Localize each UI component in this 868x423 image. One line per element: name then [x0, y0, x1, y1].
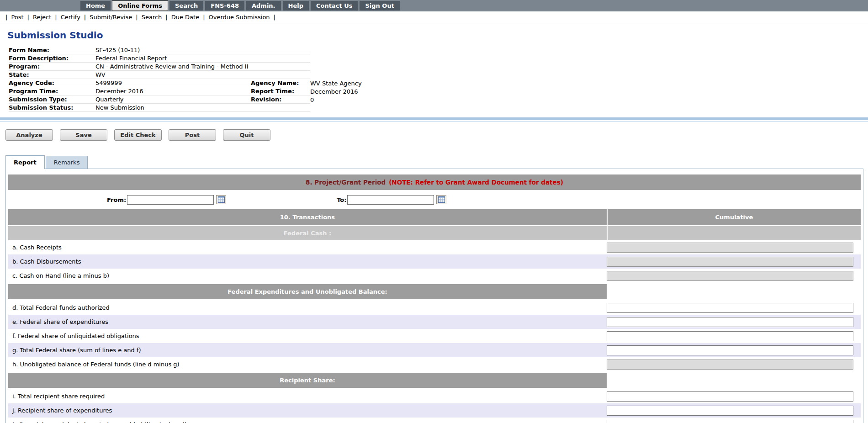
- nav-tab-sign-out[interactable]: Sign Out: [360, 1, 399, 11]
- quit-button[interactable]: Quit: [223, 129, 270, 141]
- analyze-button[interactable]: Analyze: [5, 129, 53, 141]
- subsection-header-row: Federal Cash :: [8, 226, 861, 240]
- edit-check-button[interactable]: Edit Check: [114, 129, 162, 141]
- transaction-row: c. Cash on Hand (line a minus b): [8, 269, 861, 283]
- menu-separator: |: [274, 14, 275, 21]
- menu-item-submit-revise[interactable]: Submit/Revise: [90, 14, 132, 21]
- amount-cell: [607, 360, 861, 370]
- amount-input[interactable]: [607, 303, 853, 313]
- menu-bar: |Post|Reject|Certify|Submit/Revise|Searc…: [0, 11, 868, 23]
- grant-period-note: (NOTE: Refer to Grant Award Document for…: [389, 179, 563, 186]
- section-label: Recipient Share:: [8, 373, 607, 388]
- nav-tab-admin[interactable]: Admin.: [246, 1, 281, 11]
- row-label: g. Total Federal share (sum of lines e a…: [8, 347, 607, 354]
- save-button[interactable]: Save: [60, 129, 107, 141]
- amount-input[interactable]: [607, 317, 853, 327]
- from-date-picker-button[interactable]: [216, 195, 226, 204]
- amount-cell: [607, 243, 861, 253]
- form-info: Form Name:SF-425 (10-11)Form Description…: [9, 46, 511, 112]
- menu-separator: |: [203, 14, 205, 21]
- section-fill: [607, 284, 861, 299]
- amount-input[interactable]: [607, 331, 853, 341]
- info-label: State:: [9, 71, 95, 79]
- info-row: Form Name:SF-425 (10-11): [9, 46, 511, 54]
- to-date-picker-button[interactable]: [436, 195, 446, 204]
- section-header-row: Federal Expenditures and Unobligated Bal…: [8, 284, 861, 299]
- report-panel: 8. Project/Grant Period (NOTE: Refer to …: [5, 169, 863, 423]
- amount-cell: [607, 303, 861, 313]
- transaction-row: k. Remaining recipient share to be provi…: [8, 418, 861, 423]
- calendar-icon: [438, 196, 445, 203]
- to-date-input[interactable]: [347, 195, 434, 205]
- tab-report[interactable]: Report: [5, 155, 45, 169]
- menu-item-certify[interactable]: Certify: [61, 14, 80, 21]
- menu-item-reject[interactable]: Reject: [33, 14, 51, 21]
- transaction-row: g. Total Federal share (sum of lines e a…: [8, 343, 861, 357]
- amount-input[interactable]: [607, 420, 853, 423]
- info-label: Submission Type:: [9, 95, 95, 104]
- from-label: From:: [107, 196, 126, 203]
- amount-cell: [607, 345, 861, 355]
- row-label: a. Cash Receipts: [8, 244, 607, 251]
- info-row: Agency Code:5499999Agency Name:WV State …: [9, 79, 511, 87]
- menu-separator: |: [27, 14, 29, 21]
- nav-tab-home[interactable]: Home: [80, 1, 111, 11]
- amount-cell: [607, 271, 861, 281]
- transaction-row: j. Recipient share of expenditures: [8, 403, 861, 418]
- info-row: State:WV: [9, 71, 511, 79]
- amount-cell: [607, 317, 861, 327]
- tab-remarks[interactable]: Remarks: [46, 156, 88, 169]
- to-label: To:: [337, 196, 346, 203]
- nav-tab-online-forms[interactable]: Online Forms: [112, 1, 168, 11]
- info-value: 0: [310, 96, 511, 104]
- info-value: 5499999: [95, 79, 251, 87]
- period-row: From: To:: [8, 192, 861, 207]
- menu-item-due-date[interactable]: Due Date: [171, 14, 199, 21]
- info-label: Agency Name:: [251, 79, 310, 87]
- amount-input[interactable]: [607, 391, 853, 402]
- amount-input[interactable]: [607, 406, 853, 416]
- grant-period-title: 8. Project/Grant Period: [306, 179, 386, 186]
- row-label: k. Remaining recipient share to be provi…: [8, 421, 607, 423]
- post-button[interactable]: Post: [169, 129, 216, 141]
- amount-input: [607, 360, 853, 370]
- menu-separator: |: [5, 14, 7, 21]
- nav-tab-search[interactable]: Search: [169, 1, 203, 11]
- transaction-row: f. Federal share of unliquidated obligat…: [8, 329, 861, 343]
- menu-item-search[interactable]: Search: [142, 14, 162, 21]
- amount-cell: [607, 391, 861, 402]
- info-row: Form Description:Federal Financial Repor…: [9, 54, 511, 63]
- info-label: Program Time:: [9, 87, 95, 95]
- section-label: Federal Expenditures and Unobligated Bal…: [8, 284, 607, 299]
- info-value: CN - Administrative Review and Training …: [95, 63, 310, 71]
- from-date-input[interactable]: [127, 195, 214, 205]
- transactions-header: 10. Transactions Cumulative: [8, 209, 861, 225]
- info-value: Quarterly: [95, 95, 251, 104]
- amount-input: [607, 271, 853, 281]
- nav-tab-contact-us[interactable]: Contact Us: [311, 1, 358, 11]
- calendar-icon: [218, 196, 225, 203]
- row-label: b. Cash Disbursements: [8, 258, 607, 265]
- transaction-row: d. Total Federal funds authorized: [8, 301, 861, 315]
- info-label: Revision:: [251, 95, 310, 104]
- info-label: Program:: [9, 63, 95, 71]
- tab-bar: ReportRemarks: [5, 155, 868, 169]
- amount-cell: [607, 331, 861, 341]
- info-label: Report Time:: [251, 87, 310, 95]
- nav-tab-help[interactable]: Help: [283, 1, 309, 11]
- section-header-row: Recipient Share:: [8, 373, 861, 388]
- transaction-row: h. Unobligated balance of Federal funds …: [8, 357, 861, 371]
- transaction-row: a. Cash Receipts: [8, 240, 861, 254]
- menu-item-post[interactable]: Post: [11, 14, 23, 21]
- row-label: h. Unobligated balance of Federal funds …: [8, 361, 607, 368]
- transactions-rows: Federal Cash :a. Cash Receiptsb. Cash Di…: [8, 226, 861, 423]
- action-toolbar: AnalyzeSaveEdit CheckPostQuit: [5, 129, 868, 141]
- menu-item-overdue-submission[interactable]: Overdue Submission: [209, 14, 270, 21]
- transaction-row: i. Total recipient share required: [8, 389, 861, 403]
- menu-separator: |: [55, 14, 57, 21]
- section-divider: [0, 117, 868, 120]
- section-fill: [607, 373, 861, 388]
- row-label: j. Recipient share of expenditures: [8, 407, 607, 414]
- nav-tab-fns-648[interactable]: FNS-648: [205, 1, 244, 11]
- amount-input[interactable]: [607, 345, 853, 355]
